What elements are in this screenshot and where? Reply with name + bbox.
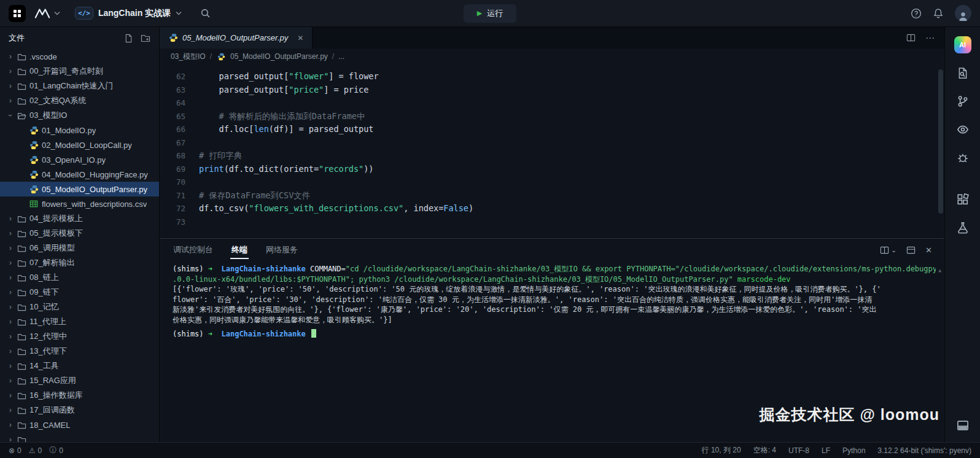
maximize-panel-icon[interactable] bbox=[906, 246, 916, 255]
tree-item[interactable]: ›18_CAMEL bbox=[0, 417, 159, 432]
status-field-0[interactable]: 行 10, 列 20 bbox=[702, 445, 741, 456]
notifications-bell-icon[interactable] bbox=[933, 8, 944, 19]
tree-item[interactable]: ›17_回调函数 bbox=[0, 403, 159, 417]
more-actions-icon[interactable]: ⋯ bbox=[925, 33, 935, 44]
marscode-logo[interactable] bbox=[34, 8, 60, 19]
editor-tab-label: 05_ModelIO_OutputParser.py bbox=[182, 33, 288, 42]
status-notifications[interactable]: ⓘ0 bbox=[49, 445, 63, 456]
chevron-icon: › bbox=[7, 273, 14, 282]
tree-item[interactable]: ›09_链下 bbox=[0, 285, 159, 300]
split-terminal-icon[interactable]: ⌄ bbox=[880, 246, 896, 255]
close-panel-icon[interactable]: ✕ bbox=[925, 246, 932, 255]
line-number: 62 bbox=[160, 70, 199, 83]
terminal-line: .0.0-linux-x64/bundled/libs:$PYTHONPATH"… bbox=[173, 274, 936, 285]
file-explorer: 文件 ›.vscode›00_开篇词_奇点时刻›01_LangChain快速入门… bbox=[0, 27, 160, 442]
tree-item[interactable]: 02_ModelIO_LoopCall.py bbox=[0, 138, 159, 152]
tree-item[interactable]: 04_ModelIO_HuggingFace.py bbox=[0, 167, 159, 182]
tree-item[interactable]: ›08_链上 bbox=[0, 270, 159, 285]
extensions-icon[interactable] bbox=[954, 190, 972, 209]
tree-item[interactable]: ›03_模型IO bbox=[0, 108, 159, 123]
tree-item[interactable]: 01_ModelIO.py bbox=[0, 123, 159, 138]
tree-item[interactable]: 05_ModelIO_OutputParser.py bbox=[0, 182, 159, 196]
grid-icon bbox=[13, 9, 21, 18]
file-search-icon[interactable] bbox=[954, 64, 972, 82]
new-folder-icon[interactable] bbox=[141, 34, 150, 42]
preview-eye-icon[interactable] bbox=[954, 120, 972, 139]
folder-icon bbox=[17, 53, 26, 61]
problems-summary[interactable]: ⊗0⚠0ⓘ0 bbox=[9, 445, 63, 456]
breadcrumb-file[interactable]: 05_ModelIO_OutputParser.py bbox=[230, 52, 328, 61]
split-editor-icon[interactable] bbox=[906, 33, 916, 42]
code-icon: </> bbox=[75, 7, 93, 20]
tree-item[interactable]: ›01_LangChain快速入门 bbox=[0, 79, 159, 93]
scroll-up-icon[interactable]: ▲ bbox=[938, 266, 941, 276]
tree-item-label: 15_RAG应用 bbox=[29, 375, 76, 386]
chevron-icon: › bbox=[7, 435, 14, 442]
status-warnings[interactable]: ⚠0 bbox=[29, 446, 42, 455]
line-number: 69 bbox=[160, 163, 199, 176]
run-button[interactable]: ▶ 运行 bbox=[464, 4, 516, 23]
close-icon[interactable]: ✕ bbox=[297, 34, 303, 42]
tree-item-label: 13_代理下 bbox=[29, 346, 67, 357]
tree-item[interactable]: ›15_RAG应用 bbox=[0, 373, 159, 388]
tree-item[interactable]: ›02_文档QA系统 bbox=[0, 93, 159, 108]
tree-item[interactable]: ›06_调用模型 bbox=[0, 241, 159, 255]
tree-item[interactable]: ›.vscode bbox=[0, 49, 159, 64]
breadcrumb-symbol[interactable]: ... bbox=[338, 52, 344, 61]
tree-item[interactable]: ›00_开篇词_奇点时刻 bbox=[0, 64, 159, 79]
editor-tab[interactable]: 05_ModelIO_OutputParser.py ✕ bbox=[160, 27, 313, 49]
tree-item[interactable]: ›04_提示模板上 bbox=[0, 211, 159, 226]
app-launcher-button[interactable] bbox=[9, 5, 26, 22]
panel-actions: ⌄ ✕ bbox=[880, 246, 932, 255]
status-field-1[interactable]: 空格: 4 bbox=[753, 445, 776, 456]
code-line: 62 parsed_output["flower"] = flower bbox=[160, 70, 944, 83]
status-field-5[interactable]: 3.12.2 64-bit ('shims': pyenv) bbox=[877, 446, 971, 455]
panel-tab-network-service[interactable]: 网络服务 bbox=[265, 239, 299, 260]
terminal-line: [{'flower': '玫瑰', 'price': '50', 'descri… bbox=[173, 284, 936, 295]
py-icon bbox=[29, 155, 39, 165]
tree-item-label: 05_ModelIO_OutputParser.py bbox=[42, 185, 147, 194]
tree-item[interactable]: › bbox=[0, 432, 159, 442]
breadcrumb-folder[interactable]: 03_模型IO bbox=[171, 52, 206, 62]
folder-icon bbox=[17, 333, 26, 341]
tree-item-label: 07_解析输出 bbox=[29, 257, 75, 268]
folder-icon bbox=[17, 318, 26, 326]
status-errors[interactable]: ⊗0 bbox=[9, 446, 21, 455]
terminal[interactable]: ●(shims) ➜ LangChain-shizhanke COMMAND="… bbox=[160, 261, 944, 442]
debug-bug-icon[interactable] bbox=[954, 149, 972, 167]
bottom-panel: 调试控制台终端网络服务 ⌄ ✕ bbox=[160, 238, 944, 442]
new-file-icon[interactable] bbox=[124, 34, 133, 43]
tree-item[interactable]: ›12_代理中 bbox=[0, 329, 159, 344]
project-switcher[interactable]: </> LangChain 实战课 bbox=[75, 7, 182, 20]
tree-item[interactable]: ›13_代理下 bbox=[0, 344, 159, 359]
test-flask-icon[interactable] bbox=[954, 219, 972, 237]
status-field-4[interactable]: Python bbox=[842, 446, 865, 455]
line-number: 71 bbox=[160, 189, 199, 203]
terminal-output: ●(shims) ➜ LangChain-shizhanke COMMAND="… bbox=[173, 264, 936, 340]
search-icon[interactable] bbox=[200, 8, 211, 18]
user-avatar[interactable] bbox=[955, 5, 971, 21]
tree-item-label: 12_代理中 bbox=[29, 331, 67, 342]
status-field-2[interactable]: UTF-8 bbox=[788, 446, 809, 455]
tree-item[interactable]: ›05_提示模板下 bbox=[0, 226, 159, 241]
folder-icon bbox=[17, 82, 26, 90]
help-icon[interactable] bbox=[911, 8, 922, 19]
tree-item[interactable]: ›11_代理上 bbox=[0, 314, 159, 329]
tree-item[interactable]: 03_OpenAI_IO.py bbox=[0, 152, 159, 167]
ai-assistant-icon[interactable]: AI bbox=[954, 36, 972, 54]
code-text: df.to_csv("flowers_with_descriptions.csv… bbox=[199, 202, 473, 215]
panel-tab-terminal[interactable]: 终端 bbox=[230, 239, 249, 260]
editor-scrollbar[interactable] bbox=[938, 69, 943, 214]
panel-tab-debug-console[interactable]: 调试控制台 bbox=[172, 239, 214, 260]
tree-item[interactable]: ›16_操作数据库 bbox=[0, 388, 159, 403]
tree-item[interactable]: ›14_工具 bbox=[0, 359, 159, 373]
source-control-icon[interactable] bbox=[954, 92, 972, 111]
tree-item-label: 02_ModelIO_LoopCall.py bbox=[42, 141, 132, 150]
panel-layout-icon[interactable] bbox=[954, 416, 972, 435]
tree-item[interactable]: flowers_with_descriptions.csv bbox=[0, 196, 159, 211]
tree-item[interactable]: ›10_记忆 bbox=[0, 300, 159, 314]
tree-item[interactable]: ›07_解析输出 bbox=[0, 255, 159, 270]
code-editor[interactable]: 62 parsed_output["flower"] = flower63 pa… bbox=[160, 64, 944, 238]
tree-item-label: flowers_with_descriptions.csv bbox=[42, 200, 147, 209]
status-field-3[interactable]: LF bbox=[822, 446, 830, 455]
